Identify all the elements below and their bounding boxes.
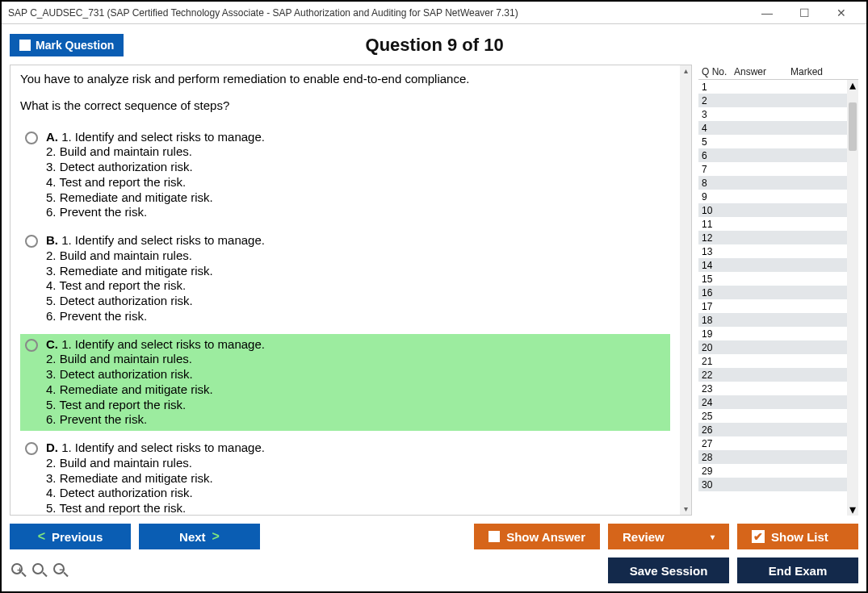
list-row[interactable]: 27 — [698, 436, 847, 450]
show-answer-button[interactable]: Show Answer — [474, 524, 600, 549]
next-label: Next — [179, 530, 206, 544]
list-row[interactable]: 11 — [698, 217, 847, 231]
list-row[interactable]: 13 — [698, 244, 847, 258]
radio-b[interactable] — [25, 235, 38, 248]
save-session-button[interactable]: Save Session — [608, 558, 729, 583]
chevron-right-icon: > — [212, 529, 220, 544]
option-b-step4: 4. Test and report the risk. — [46, 278, 665, 294]
mark-question-label: Mark Question — [36, 39, 114, 52]
list-scrollbar[interactable]: ▴ ▾ — [847, 80, 858, 516]
option-b-step2: 2. Build and maintain rules. — [46, 248, 665, 264]
list-row[interactable]: 16 — [698, 286, 847, 299]
footer-row-2: Save Session End Exam — [10, 558, 858, 583]
zoom-controls — [10, 562, 69, 579]
list-row[interactable]: 20 — [698, 340, 847, 354]
list-row[interactable]: 22 — [698, 368, 847, 382]
window-title: SAP C_AUDSEC_731 (SAP Certified Technolo… — [8, 7, 748, 19]
review-dropdown[interactable]: Review ▾ — [608, 524, 729, 549]
next-button[interactable]: Next > — [139, 524, 260, 549]
radio-c[interactable] — [25, 339, 38, 352]
save-session-label: Save Session — [630, 564, 708, 578]
scroll-up-icon[interactable]: ▴ — [849, 80, 856, 91]
minimize-button[interactable]: — — [748, 2, 786, 23]
list-row[interactable]: 24 — [698, 395, 847, 409]
mark-question-button[interactable]: Mark Question — [10, 34, 124, 56]
radio-a[interactable] — [25, 132, 38, 144]
option-b[interactable]: B. 1. Identify and select risks to manag… — [20, 230, 670, 328]
option-a-step4: 4. Test and report the risk. — [46, 175, 665, 190]
option-b-step3: 3. Remediate and mitigate risk. — [46, 264, 665, 279]
list-row[interactable]: 2 — [698, 94, 847, 107]
list-row[interactable]: 15 — [698, 272, 847, 286]
end-exam-button[interactable]: End Exam — [737, 558, 858, 583]
list-row[interactable]: 6 — [698, 148, 847, 162]
question-pane: You have to analyze risk and perform rem… — [10, 65, 692, 516]
option-d-step4: 4. Detect authorization risk. — [46, 486, 665, 501]
list-header-marked: Marked — [790, 66, 855, 77]
scroll-down-icon[interactable]: ▾ — [849, 504, 856, 516]
question-body: You have to analyze risk and perform rem… — [10, 65, 680, 515]
scroll-thumb[interactable] — [849, 102, 857, 151]
list-row[interactable]: 30 — [698, 478, 847, 491]
list-row[interactable]: 28 — [698, 450, 847, 464]
list-row[interactable]: 25 — [698, 409, 847, 423]
list-row[interactable]: 5 — [698, 135, 847, 148]
chevron-down-icon: ▾ — [711, 532, 715, 541]
option-a[interactable]: A. 1. Identify and select risks to manag… — [20, 127, 670, 224]
option-c-step3: 3. Detect authorization risk. — [46, 367, 665, 382]
radio-d[interactable] — [25, 442, 38, 455]
option-c-step6: 6. Prevent the risk. — [46, 412, 665, 428]
list-row[interactable]: 29 — [698, 464, 847, 478]
chevron-left-icon: < — [38, 529, 45, 544]
list-row[interactable]: 21 — [698, 354, 847, 368]
checkbox-icon — [19, 40, 31, 51]
question-counter-title: Question 9 of 10 — [124, 35, 745, 56]
checkmark-icon: ✔ — [752, 530, 765, 543]
list-row[interactable]: 18 — [698, 313, 847, 327]
list-row[interactable]: 9 — [698, 190, 847, 203]
zoom-out-icon[interactable] — [52, 562, 69, 579]
list-body: 1 2 3 4 5 6 7 8 9 10 11 12 13 14 — [698, 80, 847, 516]
option-b-step1: 1. Identify and select risks to manage. — [61, 233, 265, 247]
option-c-body: C. 1. Identify and select risks to manag… — [46, 337, 665, 428]
question-list-pane: Q No. Answer Marked 1 2 3 4 5 6 7 8 9 — [698, 65, 858, 516]
option-d-body: D. 1. Identify and select risks to manag… — [46, 441, 665, 515]
scroll-down-icon[interactable]: ▾ — [684, 503, 688, 515]
zoom-in-icon[interactable] — [10, 562, 27, 579]
list-row[interactable]: 10 — [698, 203, 847, 217]
option-c-step1: 1. Identify and select risks to manage. — [61, 337, 265, 351]
list-row[interactable]: 1 — [698, 80, 847, 94]
previous-button[interactable]: < Previous — [10, 524, 131, 549]
show-list-button[interactable]: ✔ Show List — [737, 524, 858, 549]
content-area: Mark Question Question 9 of 10 You have … — [2, 24, 866, 591]
option-c[interactable]: C. 1. Identify and select risks to manag… — [20, 334, 670, 432]
list-row[interactable]: 17 — [698, 299, 847, 313]
question-scrollbar[interactable]: ▴ ▾ — [680, 65, 691, 515]
list-row[interactable]: 12 — [698, 231, 847, 244]
list-row[interactable]: 8 — [698, 176, 847, 190]
list-row[interactable]: 3 — [698, 107, 847, 121]
app-window: SAP C_AUDSEC_731 (SAP Certified Technolo… — [0, 0, 868, 593]
list-row[interactable]: 7 — [698, 162, 847, 176]
list-row[interactable]: 4 — [698, 121, 847, 135]
list-header: Q No. Answer Marked — [698, 65, 858, 79]
show-answer-label: Show Answer — [506, 530, 585, 544]
option-d-letter: D. — [46, 441, 58, 454]
zoom-reset-icon[interactable] — [31, 562, 48, 579]
option-a-step1: 1. Identify and select risks to manage. — [61, 130, 265, 144]
review-label: Review — [623, 530, 665, 544]
list-row[interactable]: 26 — [698, 423, 847, 436]
show-list-label: Show List — [771, 530, 828, 544]
list-header-answer: Answer — [734, 66, 790, 77]
list-row[interactable]: 14 — [698, 258, 847, 272]
scroll-up-icon[interactable]: ▴ — [684, 65, 688, 77]
list-row[interactable]: 23 — [698, 382, 847, 395]
option-d[interactable]: D. 1. Identify and select risks to manag… — [20, 437, 670, 515]
option-a-step6: 6. Prevent the risk. — [46, 205, 665, 220]
close-button[interactable]: ✕ — [823, 2, 860, 23]
footer: < Previous Next > Show Answer Review ▾ — [10, 524, 858, 583]
titlebar: SAP C_AUDSEC_731 (SAP Certified Technolo… — [2, 2, 866, 24]
option-d-step2: 2. Build and maintain rules. — [46, 456, 665, 471]
list-row[interactable]: 19 — [698, 327, 847, 340]
maximize-button[interactable]: ☐ — [786, 2, 823, 23]
